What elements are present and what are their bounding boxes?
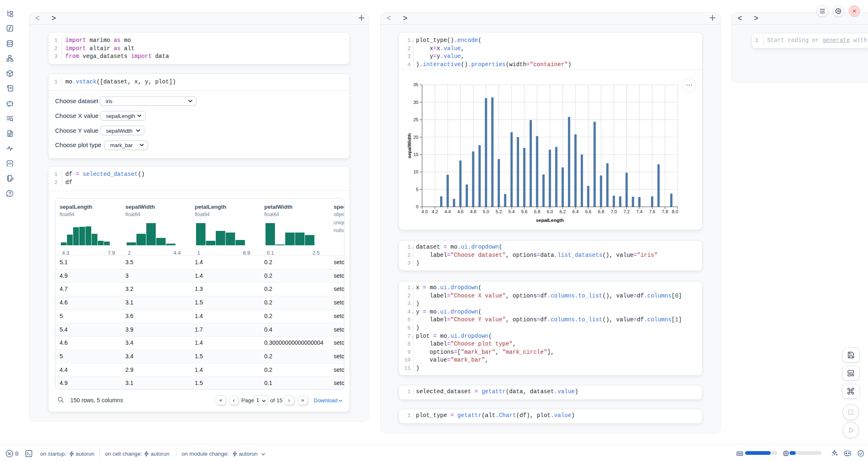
svg-text:5.0: 5.0 xyxy=(483,209,489,214)
svg-text:7.0: 7.0 xyxy=(611,209,617,214)
svg-text:25: 25 xyxy=(413,117,418,122)
svg-text:4.8: 4.8 xyxy=(470,209,476,214)
svg-text:4.6: 4.6 xyxy=(457,209,464,214)
svg-text:6.2: 6.2 xyxy=(559,209,566,214)
svg-text:6.8: 6.8 xyxy=(598,209,604,214)
svg-text:5: 5 xyxy=(416,187,418,192)
svg-text:7.6: 7.6 xyxy=(649,209,655,214)
svg-text:5.8: 5.8 xyxy=(534,209,540,214)
svg-text:sepalLength: sepalLength xyxy=(536,218,564,223)
svg-text:5.2: 5.2 xyxy=(496,209,502,214)
svg-text:15: 15 xyxy=(413,152,418,157)
svg-text:7.2: 7.2 xyxy=(623,209,630,214)
svg-text:6.4: 6.4 xyxy=(573,209,579,214)
svg-text:20: 20 xyxy=(413,135,418,140)
svg-text:7.4: 7.4 xyxy=(636,209,642,214)
svg-text:5.4: 5.4 xyxy=(508,209,515,214)
svg-text:35: 35 xyxy=(413,82,418,87)
svg-text:6.6: 6.6 xyxy=(585,209,591,214)
svg-text:7.8: 7.8 xyxy=(662,209,668,214)
svg-text:4.0: 4.0 xyxy=(422,209,428,214)
svg-text:sepalWidth: sepalWidth xyxy=(407,133,412,158)
svg-text:6.0: 6.0 xyxy=(547,209,553,214)
svg-text:30: 30 xyxy=(413,100,418,105)
svg-text:4.4: 4.4 xyxy=(445,209,451,214)
svg-text:4.2: 4.2 xyxy=(432,209,438,214)
svg-text:10: 10 xyxy=(413,169,418,174)
svg-text:8.0: 8.0 xyxy=(672,209,678,214)
svg-text:5.6: 5.6 xyxy=(521,209,527,214)
svg-text:0: 0 xyxy=(416,204,418,209)
